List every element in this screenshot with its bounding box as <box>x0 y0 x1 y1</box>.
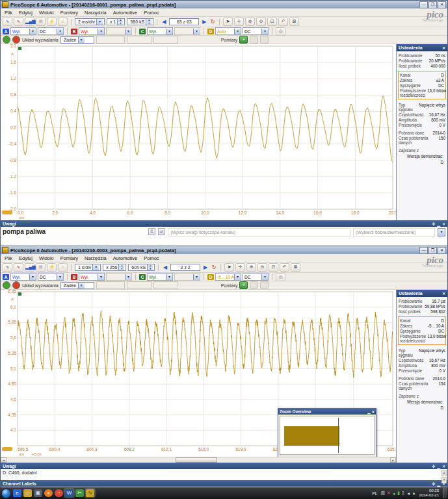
channel-labels-header[interactable]: Channel Labels ✜▁✕ <box>1 480 447 487</box>
menu-item-pomiary[interactable]: Pomiary <box>60 255 78 261</box>
meter-view-icon[interactable]: ▂▄▆ <box>25 18 34 26</box>
trigger-mode-select[interactable]: Żaden▾ <box>60 36 94 44</box>
timebase-select[interactable]: 2 ms/div▾ <box>75 18 105 25</box>
channel-c-chip[interactable]: C <box>139 274 146 280</box>
channel-note-text[interactable]: pompa paliwa <box>3 228 46 235</box>
channel-b-range-select[interactable]: Wył.▾ <box>79 273 105 281</box>
spectrum-view-icon[interactable]: ∿ <box>14 263 23 272</box>
title-bar[interactable]: PicoScope 6 Automotive - [20140216-0003_… <box>1 246 447 254</box>
channel-c-range-select[interactable]: Wył.▾ <box>147 273 173 281</box>
menu-item-pomiary[interactable]: Pomiary <box>60 10 78 16</box>
scroll-down-icon[interactable]: ▼ <box>441 477 447 483</box>
firefox-icon[interactable]: ● <box>44 489 53 497</box>
marquee-zoom-tool-icon[interactable]: ⊡ <box>269 263 278 272</box>
prev-buffer-icon[interactable]: ◀ <box>162 264 168 270</box>
prev-buffer-icon[interactable]: ◀ <box>161 19 167 25</box>
photo-viewer-icon[interactable]: ▣ <box>34 489 42 497</box>
taskbar-clock[interactable]: 00:25 2014-02-21 <box>419 489 439 498</box>
channel-d-range-select[interactable]: -5 .. 10 A▾ <box>215 273 241 281</box>
stop-capture-button[interactable] <box>12 281 20 289</box>
word-icon[interactable]: W <box>65 489 73 497</box>
battery-tray-icon[interactable]: ▯ <box>402 491 404 496</box>
trigger-mode-select[interactable]: Żaden▾ <box>60 282 94 289</box>
menu-item-narzdzia[interactable]: Narzędzia <box>85 10 107 16</box>
start-button[interactable] <box>1 489 11 498</box>
next-buffer-icon[interactable]: ▶ <box>202 264 209 270</box>
note-input[interactable]: (Wpisz uwagi dotyczące kanału) <box>168 228 350 237</box>
horizontal-scrollbar[interactable]: ◂ ▸ <box>1 457 396 463</box>
waveform-plot[interactable]: 0.02.04.06.08.010.012.014.016.018.020.02… <box>1 44 396 220</box>
add-measurement-button[interactable]: + <box>239 36 248 44</box>
start-capture-button[interactable] <box>3 281 10 289</box>
menu-item-narzdzia[interactable]: Narzędzia <box>85 255 107 261</box>
close-button[interactable]: ✕ <box>438 1 446 8</box>
zoom-overview-window[interactable]: Zoom Overview ▁✕ <box>278 408 376 457</box>
scope-chart[interactable]: 596,5600,4604,3608,2612,1616,0619,9623,8… <box>1 290 396 463</box>
menu-item-plik[interactable]: Plik <box>5 10 12 16</box>
spectrum-view-icon[interactable]: ∿ <box>14 18 23 26</box>
timebase-select[interactable]: 1 s/div▾ <box>75 264 101 271</box>
channel-d-range-select[interactable]: Auto▾ <box>215 27 241 35</box>
buffer-nav-icon[interactable]: ↻ <box>209 19 216 25</box>
internet-explorer-icon[interactable]: e <box>13 489 21 497</box>
zoom-factor-spinner[interactable]: x 256▲▼ <box>103 264 126 271</box>
scope-note-text[interactable]: D: C460, dodatni <box>3 470 37 475</box>
start-capture-button[interactable] <box>3 36 10 44</box>
menu-item-widoki[interactable]: Widoki <box>39 10 54 16</box>
channel-d-chip[interactable]: D <box>207 29 214 34</box>
volume-tray-icon[interactable]: ◄ <box>406 491 411 496</box>
zoom-full-tool-icon[interactable]: ⊠ <box>289 18 299 26</box>
minimize-panel-icon[interactable]: ▁ <box>437 464 440 468</box>
marquee-zoom-tool-icon[interactable]: ⊡ <box>267 18 277 26</box>
pin-icon[interactable]: ✜ <box>432 222 435 226</box>
pin-icon[interactable]: ✜ <box>432 481 435 486</box>
sample-count-spinner[interactable]: 600 kS▲▼ <box>128 264 155 271</box>
undo-zoom-tool-icon[interactable]: ↶ <box>278 18 288 26</box>
channel-d-coupling-select[interactable]: DC▾ <box>243 27 269 35</box>
menu-item-automotive[interactable]: Automotive <box>113 10 138 16</box>
pan-tool-icon[interactable]: ✛ <box>235 263 245 272</box>
zoom-full-tool-icon[interactable]: ⊠ <box>291 263 300 272</box>
channel-b-chip[interactable]: B <box>71 274 77 280</box>
show-hidden-icon[interactable]: ▴ <box>413 491 415 496</box>
next-buffer-icon[interactable]: ▶ <box>201 19 207 25</box>
channel-d-coupling-select[interactable]: DC▾ <box>243 273 269 281</box>
menu-item-pomoc[interactable]: Pomoc <box>144 255 159 261</box>
show-desktop-button[interactable] <box>443 488 447 498</box>
close-panel-icon[interactable]: ✕ <box>371 410 375 414</box>
minimize-panel-icon[interactable]: ▁ <box>437 222 440 226</box>
zoom-in-tool-icon[interactable]: ⊕ <box>246 263 256 272</box>
channel-c-chip[interactable]: C <box>139 29 146 34</box>
properties-icon[interactable]: ⚡ <box>47 18 57 26</box>
meter-view-icon[interactable]: ▂▄▆ <box>25 263 34 272</box>
persistence-view-icon[interactable]: ▦ <box>36 263 46 272</box>
restore-button[interactable]: ❐ <box>428 1 437 8</box>
scroll-left-icon[interactable]: ◂ <box>1 457 7 463</box>
close-button[interactable]: ✕ <box>438 247 446 254</box>
update-tray-icon[interactable]: ● <box>393 491 395 496</box>
folder-icon[interactable]: ▱ <box>23 489 32 497</box>
undo-zoom-tool-icon[interactable]: ↶ <box>280 263 289 272</box>
channel-c-range-select[interactable]: Wył.▾ <box>147 27 173 35</box>
zoom-factor-spinner[interactable]: x 1▲▼ <box>107 18 125 25</box>
probe-icon[interactable]: ◎ <box>276 273 285 281</box>
snipping-tool-icon[interactable]: ✂ <box>75 489 84 497</box>
scrollbar-thumb[interactable] <box>176 457 218 463</box>
zoom-overview-body[interactable] <box>280 416 375 455</box>
home-icon[interactable]: ⌂ <box>58 263 68 272</box>
rating-select[interactable]: (Wybierz dobre/złe/mieszane) <box>353 228 435 237</box>
scope-view-icon[interactable]: ∿ <box>3 263 12 272</box>
stop-capture-button[interactable] <box>12 36 20 44</box>
home-icon[interactable]: ⌂ <box>58 18 68 26</box>
note-format-button[interactable]: ☰ <box>148 228 155 235</box>
pin-icon[interactable]: ✜ <box>432 464 435 468</box>
scroll-up-icon[interactable]: ▲ <box>441 470 447 476</box>
channel-b-chip[interactable]: B <box>71 29 77 34</box>
pan-tool-icon[interactable]: ✛ <box>234 18 244 26</box>
persistence-view-icon[interactable]: ▦ <box>36 18 46 26</box>
channel-a-coupling-select[interactable]: DC▾ <box>38 27 64 35</box>
channel-a-range-select[interactable]: Wył.▾ <box>10 273 36 281</box>
nvidia-tray-icon[interactable]: ▮ <box>397 491 400 496</box>
rating-dropdown-icon[interactable]: ▾ <box>438 228 445 237</box>
picoscope-icon[interactable]: ∿ <box>86 489 94 497</box>
